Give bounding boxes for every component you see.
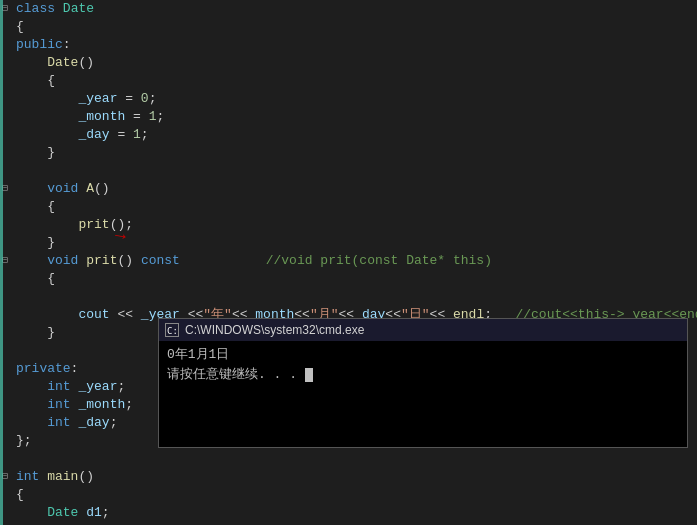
cmd-output-line1: 0年1月1日 bbox=[167, 345, 679, 365]
line-content: public: bbox=[12, 36, 697, 54]
line-content bbox=[12, 288, 697, 306]
code-line bbox=[0, 450, 697, 468]
code-line: { bbox=[0, 18, 697, 36]
code-line: _year = 0; bbox=[0, 90, 697, 108]
code-line: { bbox=[0, 72, 697, 90]
line-content bbox=[12, 162, 697, 180]
code-line: ⊟ void A() bbox=[0, 180, 697, 198]
line-content: { bbox=[12, 198, 697, 216]
code-line: _month = 1; bbox=[0, 108, 697, 126]
line-content: { bbox=[12, 72, 697, 90]
line-content: Date d1; bbox=[12, 504, 697, 522]
code-line: prit(); bbox=[0, 216, 697, 234]
cmd-body: 0年1月1日 请按任意键继续. . . bbox=[159, 341, 687, 389]
cmd-cursor bbox=[305, 368, 313, 382]
code-line: Date d1; bbox=[0, 504, 697, 522]
cmd-prompt-text: 请按任意键继续. . . bbox=[167, 367, 297, 382]
code-line: ⊟ int main() bbox=[0, 468, 697, 486]
code-line: { bbox=[0, 486, 697, 504]
line-content: _year = 0; bbox=[12, 90, 697, 108]
line-content: _day = 1; bbox=[12, 126, 697, 144]
line-content: void prit() const //void prit(const Date… bbox=[12, 252, 697, 270]
code-line: Date() bbox=[0, 54, 697, 72]
code-line: { bbox=[0, 270, 697, 288]
line-content: { bbox=[12, 18, 697, 36]
code-line: ⊟ class Date bbox=[0, 0, 697, 18]
cmd-window: C:\ C:\WINDOWS\system32\cmd.exe 0年1月1日 请… bbox=[158, 318, 688, 448]
svg-text:C:\: C:\ bbox=[167, 326, 178, 336]
line-content: void A() bbox=[12, 180, 697, 198]
line-content: Date() bbox=[12, 54, 697, 72]
code-line: { bbox=[0, 198, 697, 216]
line-content: } bbox=[12, 144, 697, 162]
code-editor: ⊟ class Date { public: Date() { _year = … bbox=[0, 0, 697, 525]
left-border-accent bbox=[0, 0, 3, 525]
line-content: { bbox=[12, 486, 697, 504]
code-line bbox=[0, 288, 697, 306]
line-content: _month = 1; bbox=[12, 108, 697, 126]
cmd-icon: C:\ bbox=[165, 323, 179, 337]
line-content: { bbox=[12, 270, 697, 288]
code-line: } bbox=[0, 144, 697, 162]
cmd-output-line2: 请按任意键继续. . . bbox=[167, 365, 679, 385]
line-content: int main() bbox=[12, 468, 697, 486]
code-line bbox=[0, 162, 697, 180]
cmd-title-text: C:\WINDOWS\system32\cmd.exe bbox=[185, 323, 681, 337]
code-line: ⊟ void prit() const //void prit(const Da… bbox=[0, 252, 697, 270]
line-content bbox=[12, 450, 697, 468]
line-content: class Date bbox=[12, 0, 697, 18]
code-line: public: bbox=[0, 36, 697, 54]
code-line: } bbox=[0, 234, 697, 252]
cmd-titlebar: C:\ C:\WINDOWS\system32\cmd.exe bbox=[159, 319, 687, 341]
code-line: _day = 1; bbox=[0, 126, 697, 144]
